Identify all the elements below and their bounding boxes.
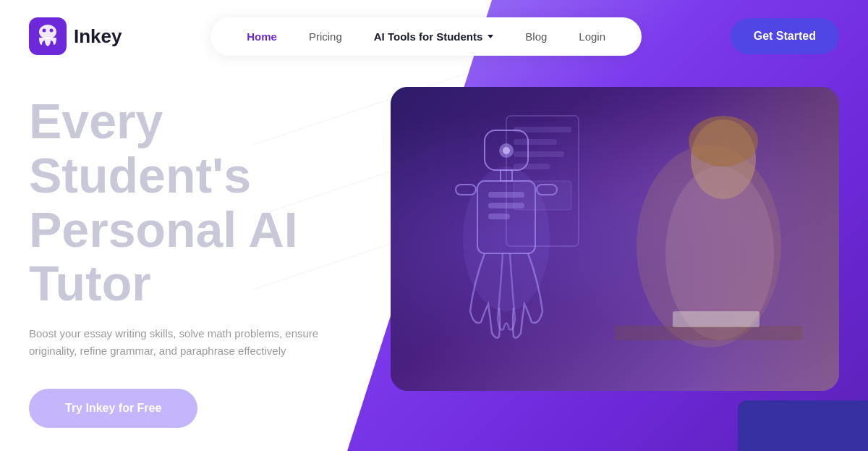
logo[interactable]: Inkey bbox=[29, 17, 122, 55]
logo-icon bbox=[29, 17, 67, 55]
get-started-button[interactable]: Get Started bbox=[731, 18, 839, 54]
bottom-right-block bbox=[738, 400, 868, 451]
svg-rect-29 bbox=[514, 181, 571, 210]
nav-login[interactable]: Login bbox=[566, 25, 618, 49]
hero-title: EveryStudent'sPersonal AITutor bbox=[29, 94, 405, 311]
nav-ai-tools[interactable]: AI Tools for Students bbox=[361, 25, 507, 49]
nav-pricing[interactable]: Pricing bbox=[296, 25, 355, 49]
svg-rect-27 bbox=[514, 151, 564, 157]
nav-blog[interactable]: Blog bbox=[512, 25, 560, 49]
svg-point-20 bbox=[689, 116, 758, 167]
nav-pill: Home Pricing AI Tools for Students Blog … bbox=[210, 17, 642, 56]
student-figure bbox=[615, 109, 803, 384]
hero-subtitle: Boost your essay writing skills, solve m… bbox=[29, 325, 340, 360]
hero-image bbox=[391, 87, 839, 391]
chevron-down-icon bbox=[488, 35, 493, 38]
hero-image-bg bbox=[391, 87, 839, 391]
svg-rect-26 bbox=[514, 139, 557, 145]
svg-rect-25 bbox=[514, 127, 571, 132]
brand-name: Inkey bbox=[74, 25, 122, 48]
hero-left: EveryStudent'sPersonal AITutor Boost you… bbox=[29, 94, 405, 428]
navbar: Inkey Home Pricing AI Tools for Students… bbox=[0, 0, 868, 72]
svg-point-4 bbox=[39, 25, 56, 39]
svg-rect-22 bbox=[615, 326, 803, 340]
hero-scene bbox=[391, 87, 839, 391]
try-free-button[interactable]: Try Inkey for Free bbox=[29, 389, 197, 428]
svg-rect-23 bbox=[673, 311, 760, 327]
svg-point-5 bbox=[43, 29, 46, 33]
svg-point-6 bbox=[50, 29, 54, 33]
svg-rect-28 bbox=[514, 164, 550, 169]
nav-home[interactable]: Home bbox=[234, 25, 290, 49]
holo-panel bbox=[499, 109, 586, 253]
